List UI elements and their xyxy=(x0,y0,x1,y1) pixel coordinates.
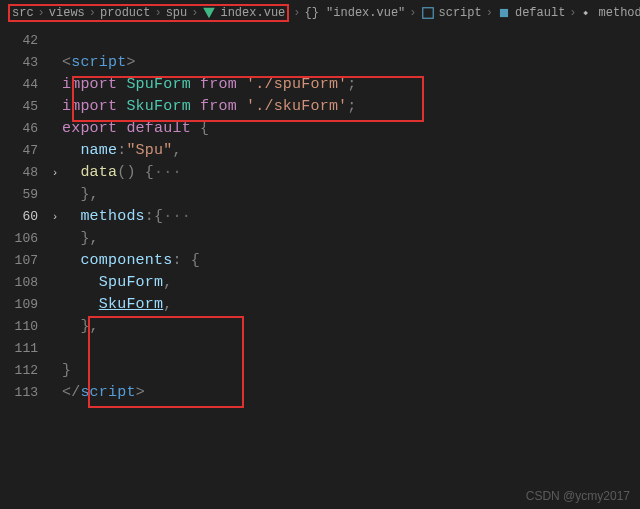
fold-icon[interactable]: › xyxy=(48,206,62,228)
symbol-method-icon xyxy=(581,6,595,20)
line-number: 47 xyxy=(0,140,48,162)
line-number: 111 xyxy=(0,338,48,360)
code-editor[interactable]: 42 43<script> 44import SpuForm from './s… xyxy=(0,26,640,404)
breadcrumb-item[interactable]: product xyxy=(100,6,150,20)
line-number: 112 xyxy=(0,360,48,382)
svg-rect-0 xyxy=(422,8,433,19)
line-number: 42 xyxy=(0,30,48,52)
line-number: 44 xyxy=(0,74,48,96)
line-number: 48 xyxy=(0,162,48,184)
breadcrumb-symbol[interactable]: default xyxy=(497,6,565,20)
chevron-right-icon: › xyxy=(293,6,300,20)
line-number: 109 xyxy=(0,294,48,316)
line-number: 45 xyxy=(0,96,48,118)
line-number: 106 xyxy=(0,228,48,250)
fold-icon[interactable]: › xyxy=(48,162,62,184)
breadcrumb-item[interactable]: views xyxy=(49,6,85,20)
symbol-variable-icon xyxy=(497,6,511,20)
chevron-right-icon: › xyxy=(154,6,161,20)
line-number: 43 xyxy=(0,52,48,74)
watermark: CSDN @ycmy2017 xyxy=(526,489,630,503)
line-number: 46 xyxy=(0,118,48,140)
chevron-right-icon: › xyxy=(191,6,198,20)
symbol-module-icon xyxy=(421,6,435,20)
breadcrumb-file[interactable]: index.vue xyxy=(202,6,285,20)
line-number: 110 xyxy=(0,316,48,338)
line-number: 59 xyxy=(0,184,48,206)
svg-rect-1 xyxy=(500,9,508,17)
breadcrumb: src › views › product › spu › index.vue … xyxy=(0,0,640,26)
vue-file-icon xyxy=(202,6,216,20)
line-number: 108 xyxy=(0,272,48,294)
breadcrumb-item[interactable]: src xyxy=(12,6,34,20)
line-number: 113 xyxy=(0,382,48,404)
chevron-right-icon: › xyxy=(486,6,493,20)
breadcrumb-symbol[interactable]: methods xyxy=(581,6,640,20)
chevron-right-icon: › xyxy=(409,6,416,20)
line-number: 60 xyxy=(0,206,48,228)
chevron-right-icon: › xyxy=(38,6,45,20)
breadcrumb-item[interactable]: spu xyxy=(166,6,188,20)
line-number: 107 xyxy=(0,250,48,272)
breadcrumb-symbol[interactable]: script xyxy=(421,6,482,20)
chevron-right-icon: › xyxy=(89,6,96,20)
chevron-right-icon: › xyxy=(569,6,576,20)
breadcrumb-symbol[interactable]: {} "index.vue" xyxy=(304,6,405,20)
